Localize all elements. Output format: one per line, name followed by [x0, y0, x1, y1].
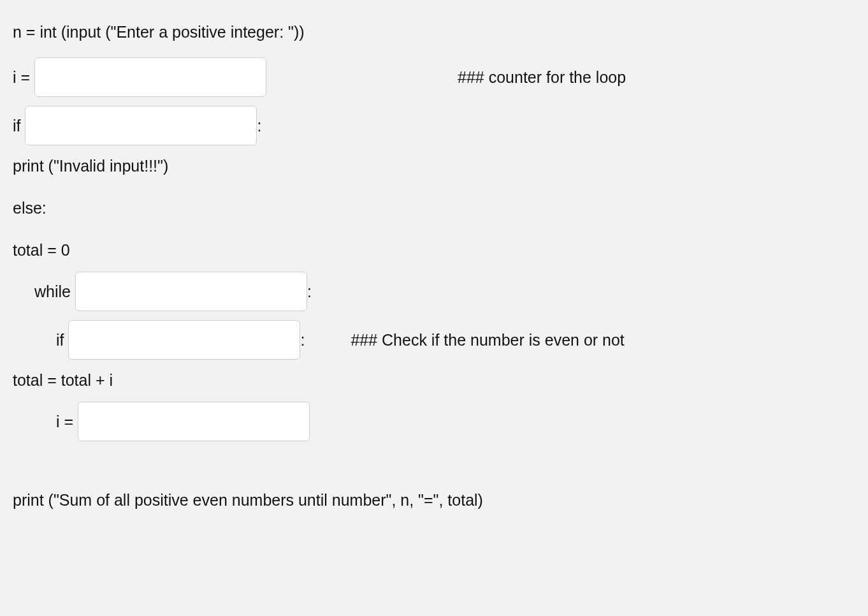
- code-while-keyword: while: [34, 282, 75, 301]
- code-i-equals: i =: [13, 68, 34, 87]
- code-else: else:: [13, 198, 47, 217]
- blank-i-increment[interactable]: [78, 402, 310, 441]
- code-colon-1: :: [257, 116, 261, 135]
- code-colon-3: :: [300, 330, 305, 349]
- blank-i-init[interactable]: [34, 57, 266, 97]
- comment-even: ### Check if the number is even or not: [351, 330, 624, 349]
- code-colon-2: :: [307, 282, 312, 301]
- blank-if-even[interactable]: [68, 320, 300, 360]
- code-total-init: total = 0: [13, 240, 70, 260]
- code-line-input: n = int (input ("Enter a positive intege…: [13, 22, 305, 41]
- code-print-invalid: print ("Invalid input!!!"): [13, 156, 168, 175]
- code-total-accum: total = total + i: [13, 370, 113, 390]
- code-print-final: print ("Sum of all positive even numbers…: [13, 490, 483, 510]
- code-if-keyword: if: [13, 116, 25, 135]
- blank-if-condition[interactable]: [25, 106, 257, 145]
- comment-counter: ### counter for the loop: [458, 68, 626, 87]
- blank-while-condition[interactable]: [75, 272, 307, 311]
- code-if2-keyword: if: [56, 330, 68, 349]
- code-i2-equals: i =: [56, 412, 78, 431]
